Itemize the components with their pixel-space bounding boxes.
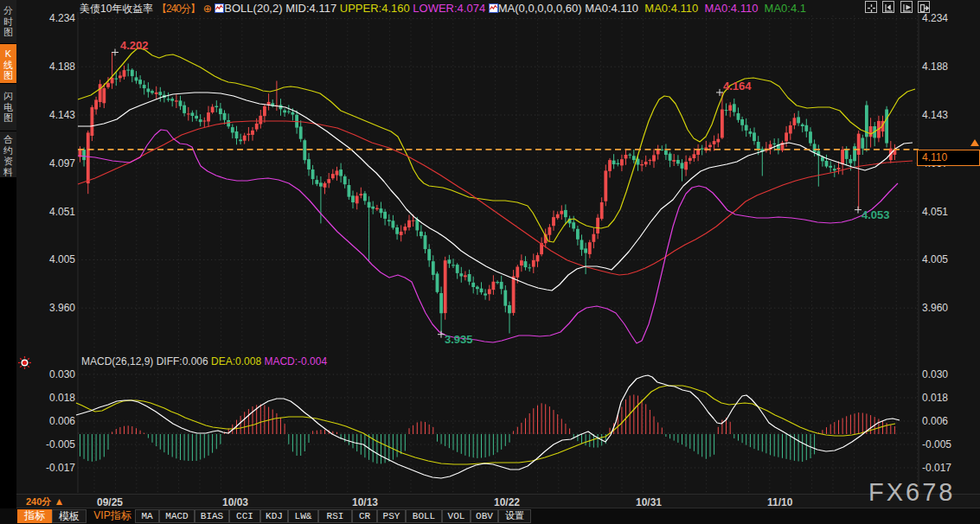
svg-text:4.053: 4.053 (862, 208, 890, 221)
svg-text:3.935: 3.935 (445, 333, 473, 346)
svg-text:4.164: 4.164 (723, 80, 752, 93)
svg-text:4.202: 4.202 (120, 39, 149, 52)
